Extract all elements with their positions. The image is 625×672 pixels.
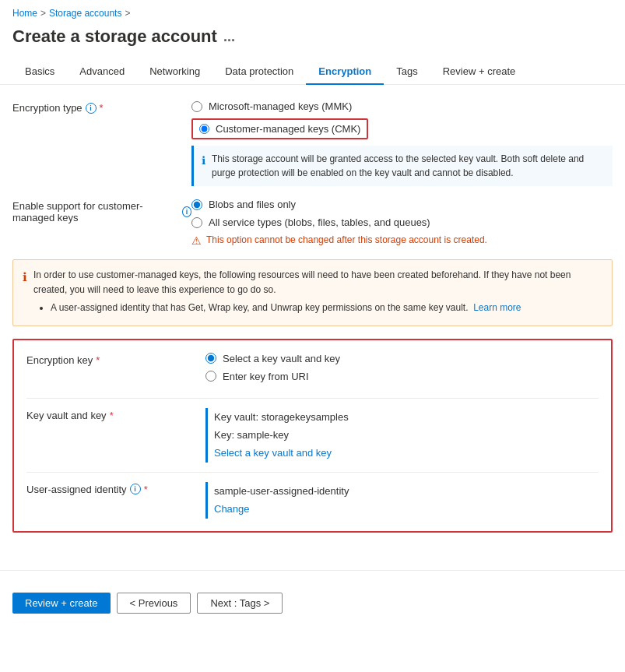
radio-uri-label: Enter key from URI: [223, 371, 309, 382]
alert-box: ℹ In order to use customer-managed keys,…: [12, 259, 613, 326]
section-divider2: [26, 472, 599, 473]
tab-review-create[interactable]: Review + create: [430, 59, 528, 85]
radio-blobs-option[interactable]: Blobs and files only: [191, 199, 613, 210]
alert-bullet: A user-assigned identity that has Get, W…: [51, 301, 602, 315]
footer: Review + create < Previous Next : Tags >: [0, 583, 625, 623]
breadcrumb-sep2: >: [125, 8, 130, 19]
page-title: Create a storage account ...: [0, 23, 625, 59]
encryption-key-section: Encryption key * Select a key vault and …: [12, 339, 613, 533]
tab-data-protection[interactable]: Data protection: [212, 59, 306, 85]
tab-bar: Basics Advanced Networking Data protecti…: [0, 59, 625, 85]
encryption-type-label: Encryption type i *: [12, 100, 191, 114]
cmk-info-text: This storage account will be granted acc…: [212, 152, 605, 180]
radio-cmk-label: Customer-managed keys (CMK): [216, 123, 360, 135]
radio-mmk[interactable]: [191, 101, 202, 112]
support-control: Blobs and files only All service types (…: [191, 199, 613, 247]
tab-networking[interactable]: Networking: [137, 59, 212, 85]
support-info-icon[interactable]: i: [182, 206, 191, 217]
key-vault-control: Key vault: storagekeysamples Key: sample…: [205, 408, 599, 463]
radio-select-key-label: Select a key vault and key: [223, 353, 340, 364]
change-identity-link[interactable]: Change: [214, 503, 250, 515]
radio-select-key[interactable]: [205, 353, 216, 364]
identity-label: User-assigned identity i *: [26, 482, 205, 495]
key-name: Key: sample-key: [214, 426, 599, 444]
support-row: Enable support for customer-managed keys…: [12, 199, 613, 247]
alert-text: In order to use customer-managed keys, t…: [33, 268, 602, 297]
encryption-key-control: Select a key vault and key Enter key fro…: [205, 353, 599, 389]
radio-all-option[interactable]: All service types (blobs, files, tables,…: [191, 216, 613, 228]
key-vault-label: Key vault and key *: [26, 408, 205, 421]
breadcrumb-sep1: >: [40, 8, 46, 19]
cmk-info-box: ℹ This storage account will be granted a…: [191, 146, 613, 186]
next-button[interactable]: Next : Tags >: [197, 593, 283, 614]
support-label: Enable support for customer-managed keys…: [12, 199, 191, 223]
identity-row: User-assigned identity i * sample-user-a…: [26, 482, 599, 519]
section-divider1: [26, 398, 599, 399]
tab-tags[interactable]: Tags: [384, 59, 430, 85]
warning-row: ⚠ This option cannot be changed after th…: [191, 234, 613, 247]
cmk-info-icon: ℹ: [202, 153, 205, 180]
select-vault-link[interactable]: Select a key vault and key: [214, 447, 332, 459]
alert-icon: ℹ: [23, 268, 27, 287]
warning-text: This option cannot be changed after this…: [206, 234, 487, 245]
identity-control: sample-user-assigned-identity Change: [205, 482, 599, 519]
radio-uri[interactable]: [205, 371, 216, 382]
footer-separator: [0, 570, 625, 571]
identity-required: *: [144, 484, 148, 495]
breadcrumb: Home > Storage accounts >: [0, 0, 625, 23]
encryption-type-control: Microsoft-managed keys (MMK) Customer-ma…: [191, 100, 613, 186]
radio-uri-option[interactable]: Enter key from URI: [205, 371, 599, 382]
identity-value: sample-user-assigned-identity: [214, 482, 599, 500]
alert-list: A user-assigned identity that has Get, W…: [51, 301, 602, 315]
radio-blobs[interactable]: [191, 199, 202, 210]
ellipsis: ...: [223, 29, 235, 45]
tab-basics[interactable]: Basics: [12, 59, 67, 85]
warning-icon: ⚠: [191, 234, 202, 247]
alert-header: ℹ In order to use customer-managed keys,…: [23, 268, 602, 297]
encryption-type-required: *: [100, 102, 104, 114]
identity-info-icon[interactable]: i: [130, 484, 141, 494]
breadcrumb-home[interactable]: Home: [12, 8, 37, 19]
vault-required: *: [110, 410, 114, 421]
review-create-button[interactable]: Review + create: [12, 593, 111, 614]
previous-button[interactable]: < Previous: [117, 593, 191, 614]
key-vault-text: Key vault: storagekeysamples Key: sample…: [205, 408, 599, 463]
content-area: Encryption type i * Microsoft-managed ke…: [0, 85, 625, 558]
radio-blobs-label: Blobs and files only: [209, 199, 296, 210]
radio-select-key-option[interactable]: Select a key vault and key: [205, 353, 599, 364]
cmk-selected-box: Customer-managed keys (CMK): [191, 118, 368, 139]
encryption-key-row: Encryption key * Select a key vault and …: [26, 353, 599, 389]
key-vault-row: Key vault and key * Key vault: storageke…: [26, 408, 599, 463]
radio-mmk-option[interactable]: Microsoft-managed keys (MMK): [191, 100, 613, 112]
encryption-type-row: Encryption type i * Microsoft-managed ke…: [12, 100, 613, 186]
learn-more-link[interactable]: Learn more: [473, 302, 521, 313]
tab-encryption[interactable]: Encryption: [306, 59, 384, 85]
vault-name: Key vault: storagekeysamples: [214, 408, 599, 426]
key-required: *: [96, 354, 100, 366]
identity-text: sample-user-assigned-identity Change: [205, 482, 599, 519]
tab-advanced[interactable]: Advanced: [67, 59, 137, 85]
radio-cmk[interactable]: [199, 124, 209, 134]
radio-all[interactable]: [191, 217, 202, 228]
encryption-key-label: Encryption key *: [26, 353, 205, 366]
encryption-type-info-icon[interactable]: i: [86, 103, 97, 114]
radio-all-label: All service types (blobs, files, tables,…: [209, 216, 430, 228]
radio-mmk-label: Microsoft-managed keys (MMK): [209, 100, 352, 112]
breadcrumb-storage[interactable]: Storage accounts: [49, 8, 121, 19]
